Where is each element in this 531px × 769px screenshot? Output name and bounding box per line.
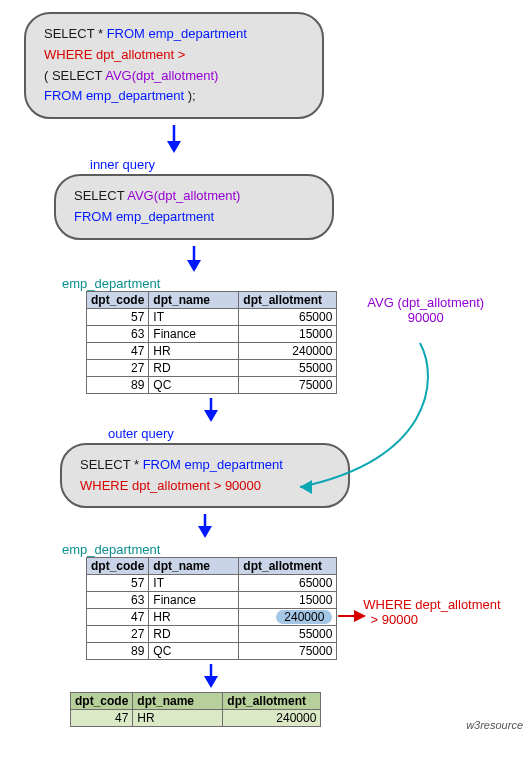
sql-text: FROM emp_department [107, 26, 247, 41]
cell: 89 [87, 643, 149, 660]
where-note: > 90000 [363, 612, 500, 627]
col-header: dpt_name [149, 558, 239, 575]
sql-text: WHERE dpt_allotment > [44, 45, 304, 66]
cell: 27 [87, 626, 149, 643]
table-row: 47HR240000 [87, 342, 337, 359]
cell: 240000 [223, 710, 321, 727]
cell: RD [149, 359, 239, 376]
cell: 15000 [239, 325, 337, 342]
table-row: 89QC75000 [87, 376, 337, 393]
cell: 47 [71, 710, 133, 727]
arrow-down-icon [60, 512, 350, 538]
col-header: dpt_allotment [239, 291, 337, 308]
table-header-row: dpt_code dpt_name dpt_allotment [71, 693, 321, 710]
cell: 240000 [239, 342, 337, 359]
sql-text: ); [184, 88, 196, 103]
cell: HR [133, 710, 223, 727]
inner-query-box: SELECT AVG(dpt_allotment) FROM emp_depar… [54, 174, 334, 240]
cell: Finance [149, 592, 239, 609]
arrow-down-icon [24, 123, 324, 153]
col-header: dpt_allotment [239, 558, 337, 575]
cell: 57 [87, 308, 149, 325]
avg-value: 90000 [367, 310, 484, 325]
arrow-down-icon [86, 396, 336, 422]
svg-marker-6 [204, 410, 218, 422]
table-row: 57IT65000 [87, 308, 337, 325]
cell: RD [149, 626, 239, 643]
sql-text: FROM emp_department [44, 88, 184, 103]
table-header-row: dpt_code dpt_name dpt_allotment [87, 291, 337, 308]
table-row: 27RD55000 [87, 359, 337, 376]
cell: 47 [87, 609, 149, 626]
cell: IT [149, 575, 239, 592]
outer-query-label: outer query [108, 426, 521, 441]
table-row: 47HR240000 [87, 609, 337, 626]
table-row: 27RD55000 [87, 626, 337, 643]
table-row: 89QC75000 [87, 643, 337, 660]
table-row: 63Finance15000 [87, 592, 337, 609]
sql-text: FROM emp_department [74, 207, 314, 228]
inner-query-label: inner query [90, 157, 521, 172]
emp-department-table-filtered: dpt_code dpt_name dpt_allotment 57IT6500… [86, 557, 337, 660]
sql-text: SELECT * [80, 457, 143, 472]
cell: 75000 [239, 376, 337, 393]
col-header: dpt_allotment [223, 693, 321, 710]
cell: HR [149, 609, 239, 626]
avg-annotation: AVG (dpt_allotment) [367, 295, 484, 310]
cell: QC [149, 643, 239, 660]
sql-text: SELECT * [44, 26, 107, 41]
result-table: dpt_code dpt_name dpt_allotment 47 HR 24… [70, 692, 321, 727]
table-row: 63Finance15000 [87, 325, 337, 342]
cell: 75000 [239, 643, 337, 660]
table-name-label: emp_department [62, 542, 521, 557]
svg-marker-12 [204, 676, 218, 688]
svg-marker-3 [187, 260, 201, 272]
cell: 63 [87, 592, 149, 609]
sql-text: SELECT [74, 188, 127, 203]
table-row: 47 HR 240000 [71, 710, 321, 727]
cell: Finance [149, 325, 239, 342]
cell: 55000 [239, 626, 337, 643]
cell: 55000 [239, 359, 337, 376]
sql-substituted-value: 90000 [225, 478, 261, 493]
col-header: dpt_code [71, 693, 133, 710]
where-note: WHERE dept_allotment [363, 597, 500, 612]
emp-department-table: dpt_code dpt_name dpt_allotment 57IT6500… [86, 291, 337, 394]
col-header: dpt_code [87, 291, 149, 308]
arrow-down-icon [86, 662, 336, 688]
cell: 57 [87, 575, 149, 592]
cell: 89 [87, 376, 149, 393]
arrow-right-icon [336, 609, 366, 623]
sql-text: ( SELECT [44, 68, 105, 83]
cell: 27 [87, 359, 149, 376]
col-header: dpt_name [133, 693, 223, 710]
cell: HR [149, 342, 239, 359]
col-header: dpt_code [87, 558, 149, 575]
col-header: dpt_name [149, 291, 239, 308]
cell: QC [149, 376, 239, 393]
highlighted-cell: 240000 [239, 609, 337, 626]
table-name-label: emp_department [62, 276, 521, 291]
outer-query-resolved-box: SELECT * FROM emp_department WHERE dpt_a… [60, 443, 350, 509]
cell: 47 [87, 342, 149, 359]
table-header-row: dpt_code dpt_name dpt_allotment [87, 558, 337, 575]
sql-text: AVG(dpt_allotment) [105, 68, 218, 83]
svg-marker-1 [167, 141, 181, 153]
sql-text: WHERE dpt_allotment > [80, 478, 225, 493]
svg-marker-8 [198, 526, 212, 538]
arrow-down-icon [54, 244, 334, 272]
sql-text: AVG(dpt_allotment) [127, 188, 240, 203]
table-row: 57IT65000 [87, 575, 337, 592]
cell: 63 [87, 325, 149, 342]
sql-text: FROM emp_department [143, 457, 283, 472]
cell: 65000 [239, 308, 337, 325]
outer-query-full-box: SELECT * FROM emp_department WHERE dpt_a… [24, 12, 324, 119]
cell: IT [149, 308, 239, 325]
footer-attribution: w3resource [466, 719, 523, 731]
cell: 15000 [239, 592, 337, 609]
cell: 65000 [239, 575, 337, 592]
